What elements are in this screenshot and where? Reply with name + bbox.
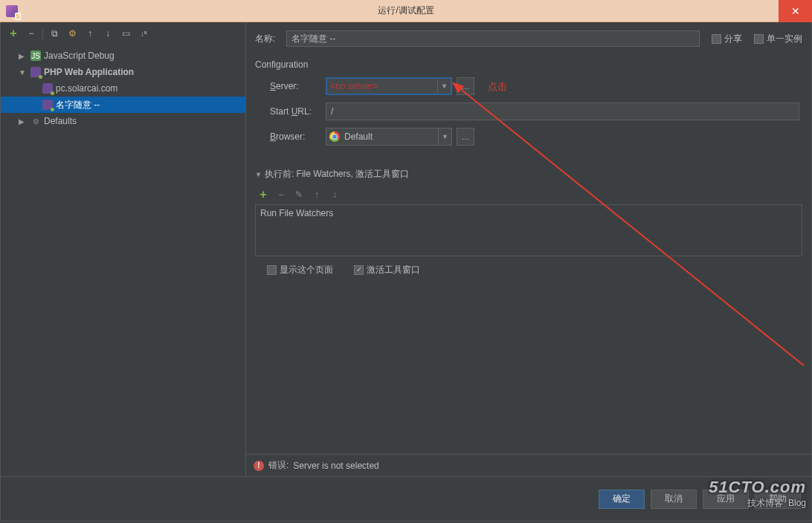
- browser-browse-button[interactable]: …: [457, 128, 474, 146]
- name-label: 名称:: [255, 33, 280, 45]
- watermark-big: 51CTO.com: [709, 478, 806, 497]
- php-icon: [30, 67, 41, 77]
- ok-button[interactable]: 确定: [599, 490, 645, 509]
- expander-icon: ▼: [255, 171, 262, 178]
- before-launch-section: ▼ 执行前: File Watchers, 激活工具窗口 + − ✎ ↑ ↓ R…: [255, 168, 802, 282]
- server-value: <no server>: [330, 81, 378, 91]
- config-tree: ▶ JS JavaScript Debug ▼ PHP Web Applicat…: [1, 45, 245, 476]
- cancel-button[interactable]: 取消: [651, 490, 697, 509]
- tree-label: Defaults: [44, 116, 77, 126]
- checkbox-icon: [267, 265, 277, 275]
- expander-icon: ▼: [19, 68, 28, 77]
- checkbox-label: 单一实例: [767, 33, 802, 45]
- js-icon: JS: [30, 51, 41, 61]
- browser-row: Browser: Default ▼ …: [255, 128, 802, 146]
- php-icon: [42, 83, 53, 94]
- share-checkbox[interactable]: 分享: [712, 33, 742, 45]
- left-pane: + − ⧉ ⚙ ↑ ↓ ▭ ↓ª ▶ JS JavaScript Debug ▼…: [1, 22, 246, 476]
- tree-item-php-web[interactable]: ▼ PHP Web Application: [1, 64, 245, 80]
- dialog-footer: 确定 取消 应用 帮助: [0, 477, 812, 522]
- app-icon: [6, 5, 18, 17]
- folder-button[interactable]: ▭: [117, 25, 134, 42]
- tree-label: PHP Web Application: [44, 67, 134, 77]
- start-url-label: Start URL:: [270, 106, 326, 117]
- bottom-options: 显示这个页面 激活工具窗口: [255, 264, 802, 276]
- move-down-button[interactable]: ↓: [100, 25, 116, 42]
- tree-item-pc-solarcai[interactable]: pc.solarcai.com: [1, 80, 245, 97]
- activate-tool-checkbox[interactable]: 激活工具窗口: [354, 264, 420, 276]
- window-title: 运行/调试配置: [378, 4, 434, 17]
- remove-config-button[interactable]: −: [23, 25, 39, 42]
- checkbox-icon: [354, 265, 364, 275]
- name-input[interactable]: [286, 30, 700, 47]
- chrome-icon: [329, 131, 340, 142]
- show-page-checkbox[interactable]: 显示这个页面: [267, 264, 333, 276]
- server-combo[interactable]: <no server> ▼: [326, 77, 452, 95]
- server-label: Server:: [270, 81, 326, 91]
- sort-button[interactable]: ↓ª: [135, 25, 152, 42]
- right-pane: 名称: 分享 单一实例 Configuration Server: <no se…: [246, 22, 811, 476]
- edit-task-button[interactable]: ✎: [291, 186, 307, 203]
- before-launch-title: 执行前: File Watchers, 激活工具窗口: [265, 168, 409, 181]
- checkbox-label: 激活工具窗口: [367, 264, 420, 276]
- separator: [42, 27, 43, 39]
- titlebar: 运行/调试配置 ✕: [0, 0, 812, 22]
- before-launch-list[interactable]: Run File Watchers: [255, 204, 802, 256]
- start-url-input[interactable]: [326, 103, 799, 120]
- add-task-button[interactable]: +: [255, 186, 271, 203]
- browser-label: Browser:: [270, 131, 326, 142]
- tree-label: 名字随意 --: [56, 99, 100, 111]
- tree-item-js-debug[interactable]: ▶ JS JavaScript Debug: [1, 48, 245, 64]
- close-button[interactable]: ✕: [779, 0, 812, 22]
- server-row: Server: <no server> ▼ …: [255, 77, 802, 95]
- server-browse-button[interactable]: …: [457, 77, 474, 95]
- watermark: 51CTO.com 技术博客 Blog: [709, 478, 806, 510]
- checkbox-label: 显示这个页面: [280, 264, 333, 276]
- name-row: 名称: 分享 单一实例: [255, 28, 802, 49]
- annotation-text: 点击: [488, 80, 507, 94]
- task-up-button[interactable]: ↑: [309, 186, 325, 203]
- main-container: + − ⧉ ⚙ ↑ ↓ ▭ ↓ª ▶ JS JavaScript Debug ▼…: [0, 22, 812, 477]
- checkbox-label: 分享: [724, 33, 742, 45]
- watermark-sub: 技术博客 Blog: [709, 497, 806, 510]
- chevron-down-icon: ▼: [438, 129, 451, 145]
- single-instance-checkbox[interactable]: 单一实例: [754, 33, 802, 45]
- tree-item-defaults[interactable]: ▶ ⚙ Defaults: [1, 113, 245, 129]
- before-launch-header[interactable]: ▼ 执行前: File Watchers, 激活工具窗口: [255, 168, 802, 181]
- tree-label: JavaScript Debug: [44, 51, 115, 61]
- move-up-button[interactable]: ↑: [82, 25, 98, 42]
- browser-value: Default: [344, 131, 373, 142]
- chevron-down-icon: ▼: [437, 79, 451, 94]
- copy-config-button[interactable]: ⧉: [46, 25, 62, 42]
- error-message: Server is not selected: [293, 461, 378, 471]
- configuration-title: Configuration: [255, 59, 802, 70]
- php-icon: [42, 100, 53, 110]
- expander-icon: ▶: [19, 117, 28, 126]
- error-icon: !: [254, 461, 264, 471]
- checkbox-icon: [754, 34, 764, 44]
- before-launch-toolbar: + − ✎ ↑ ↓: [255, 185, 802, 204]
- start-url-row: Start URL:: [255, 103, 802, 120]
- browser-combo[interactable]: Default ▼: [326, 128, 452, 146]
- tree-item-selected[interactable]: 名字随意 --: [1, 97, 245, 113]
- checkbox-icon: [712, 34, 721, 44]
- tree-label: pc.solarcai.com: [56, 83, 117, 94]
- list-item: Run File Watchers: [260, 208, 333, 218]
- task-down-button[interactable]: ↓: [326, 186, 343, 203]
- settings-button[interactable]: ⚙: [64, 25, 80, 42]
- add-config-button[interactable]: +: [5, 25, 22, 42]
- config-toolbar: + − ⧉ ⚙ ↑ ↓ ▭ ↓ª: [1, 22, 245, 45]
- gear-icon: ⚙: [30, 116, 41, 126]
- expander-icon: ▶: [19, 52, 28, 60]
- error-label: 错误:: [268, 459, 289, 472]
- error-bar: ! 错误: Server is not selected: [246, 454, 811, 476]
- remove-task-button[interactable]: −: [273, 186, 289, 203]
